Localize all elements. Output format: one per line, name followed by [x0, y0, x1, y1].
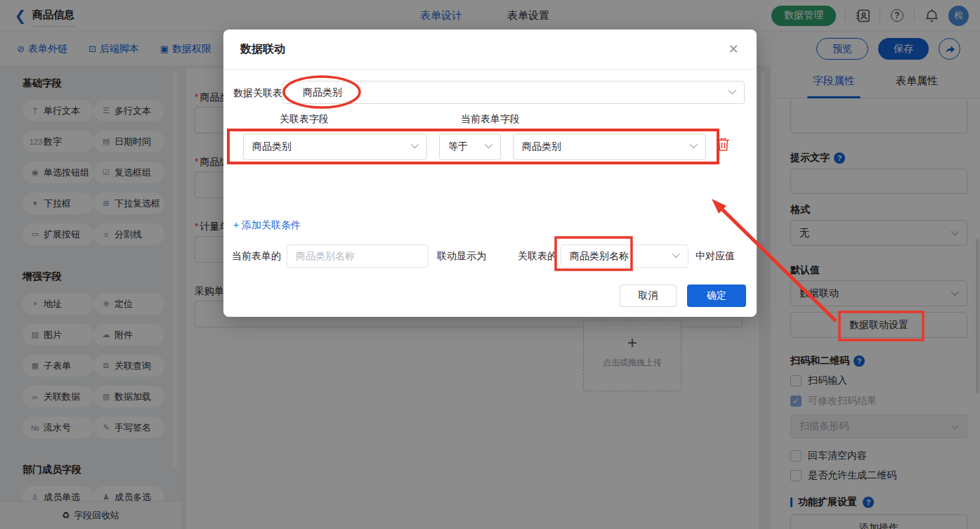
- linked-field-select[interactable]: 商品类别名称: [561, 244, 688, 268]
- data-linkage-modal: 数据联动 ✕ 数据关联表 商品类别 关联表字段 当前表单字段 商品类别 等于 商…: [223, 30, 757, 317]
- condition-left-select[interactable]: 商品类别: [243, 133, 427, 160]
- chevron-down-icon: [411, 141, 419, 148]
- chevron-down-icon: [729, 86, 736, 93]
- suffix-label: 中对应值: [695, 250, 735, 263]
- link-table-label: 数据关联表: [233, 87, 282, 100]
- link-table-select[interactable]: 商品类别: [282, 81, 745, 104]
- confirm-button[interactable]: 确定: [687, 285, 746, 307]
- close-icon[interactable]: ✕: [726, 41, 741, 57]
- delete-condition-icon[interactable]: [717, 137, 731, 152]
- modal-title: 数据联动: [240, 42, 285, 57]
- column-header-right: 当前表单字段: [461, 113, 520, 126]
- linked-table-label: 关联表的: [518, 250, 557, 263]
- column-header-left: 关联表字段: [280, 113, 329, 126]
- condition-operator-select[interactable]: 等于: [439, 133, 501, 160]
- chevron-down-icon: [672, 249, 680, 257]
- add-condition-link[interactable]: + 添加关联条件: [233, 219, 301, 232]
- cancel-button[interactable]: 取消: [620, 285, 677, 307]
- app-root: ❮ 商品信息 表单设计表单设置 数据管理 ? 检: [0, 0, 980, 529]
- chevron-down-icon: [485, 141, 492, 148]
- divider: [223, 69, 757, 70]
- chevron-down-icon: [690, 141, 698, 148]
- display-as-label: 联动显示为: [437, 250, 486, 263]
- condition-right-select[interactable]: 商品类别: [513, 133, 706, 160]
- current-form-label: 当前表单的: [232, 250, 281, 263]
- current-form-field-input[interactable]: 商品类别名称: [287, 244, 429, 268]
